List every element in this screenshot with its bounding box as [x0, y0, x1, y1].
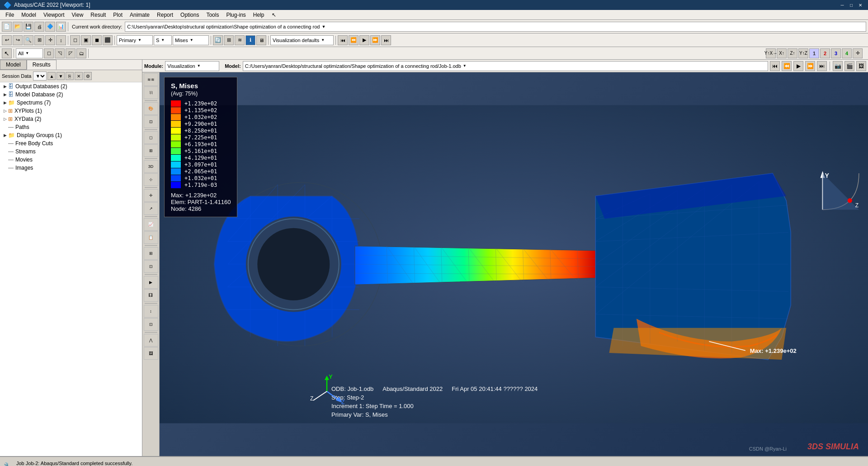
tab-model[interactable]: Model: [0, 60, 27, 70]
path-btn[interactable]: ↗: [144, 202, 158, 215]
frame-last-btn[interactable]: ⏭: [817, 61, 827, 71]
undo-button[interactable]: ↩: [2, 35, 12, 45]
pan-button[interactable]: ✛: [45, 35, 55, 45]
num-4-button[interactable]: 4: [842, 48, 852, 58]
delete-button[interactable]: ✕: [75, 72, 83, 80]
refresh-button[interactable]: 🔄: [213, 35, 223, 45]
tree-item-free-body-cuts[interactable]: ▷ — Free Body Cuts: [0, 139, 142, 147]
menu-result[interactable]: Result: [87, 11, 109, 19]
menu-report[interactable]: Report: [153, 11, 177, 19]
chart-btn[interactable]: 📈: [144, 218, 158, 231]
iso-view-btn[interactable]: ◻: [144, 131, 158, 144]
probe-btn[interactable]: ✛: [144, 189, 158, 202]
primary-dropdown[interactable]: Primary ▼: [117, 35, 153, 45]
menu-help[interactable]: Help: [250, 11, 268, 19]
tab-results[interactable]: Results: [27, 60, 57, 70]
display-button[interactable]: 🖥: [256, 35, 266, 45]
minimize-button[interactable]: ─: [838, 1, 846, 9]
tree-item-xydata[interactable]: ▷ ⊞ XYData (2): [0, 115, 142, 123]
expander-output-db[interactable]: ▶: [2, 83, 8, 90]
view-side-button[interactable]: ◼: [92, 35, 102, 45]
viz-defaults-dropdown[interactable]: Visualization defaults ▼: [270, 35, 334, 45]
menu-animate[interactable]: Animate: [126, 11, 153, 19]
extract-btn[interactable]: ⊡: [144, 318, 158, 331]
expander-model-db[interactable]: ▶: [2, 91, 8, 98]
menu-model[interactable]: Model: [18, 11, 40, 19]
copy-button[interactable]: ⎘: [66, 72, 74, 80]
module-dropdown[interactable]: Visualization ▼: [165, 61, 219, 71]
section-btn[interactable]: ⊞: [144, 144, 158, 157]
crack-btn[interactable]: ⋀: [144, 334, 158, 347]
frame-first-button[interactable]: ⏮: [338, 35, 348, 45]
cwd-path[interactable]: C:\Users\yanran\Desktop\structural optim…: [125, 22, 866, 32]
transform-btn[interactable]: ↕: [144, 305, 158, 318]
tree-item-spectra[interactable]: ▶ 📁 Spectrums (7): [0, 99, 142, 107]
menu-tools[interactable]: Tools: [203, 11, 222, 19]
down-button[interactable]: ▼: [57, 72, 65, 80]
image-btn[interactable]: 🖼: [144, 347, 158, 360]
rotate-button[interactable]: ↕: [56, 35, 66, 45]
tree-item-output-db[interactable]: ▶ 🗄 Output Databases (2): [0, 82, 142, 90]
expander-xydata[interactable]: ▷: [2, 116, 8, 122]
tree-item-xyplots[interactable]: ▷ ⊞ XYPlots (1): [0, 107, 142, 115]
tree-item-model-db[interactable]: ▶ 🗄 Model Database (2): [0, 90, 142, 99]
tree-item-images[interactable]: ▷ — Images: [0, 164, 142, 172]
select-all-dropdown[interactable]: All ▼: [16, 48, 43, 58]
field-dropdown[interactable]: S ▼: [154, 35, 172, 45]
up-button[interactable]: ▲: [47, 72, 56, 80]
frame-ff-btn[interactable]: ⏩: [805, 61, 815, 71]
frame-last-button[interactable]: ⏭: [381, 35, 391, 45]
deform-btn[interactable]: ⌇⌇: [144, 86, 158, 99]
expander-spectra[interactable]: ▶: [2, 100, 8, 106]
settings-button[interactable]: ⚙: [84, 72, 92, 80]
mesh-btn[interactable]: ⊹: [144, 173, 158, 186]
session-dropdown[interactable]: ▼: [33, 71, 47, 81]
menu-file[interactable]: File: [2, 11, 18, 19]
menu-cursor[interactable]: ↖: [268, 11, 280, 19]
select-opt1-button[interactable]: ◻: [44, 48, 54, 58]
axis-button-1[interactable]: Y↑X→: [766, 48, 776, 58]
contour-button[interactable]: ≋: [235, 35, 245, 45]
new-button[interactable]: 📄: [2, 22, 12, 32]
sym-btn[interactable]: ⊡: [144, 115, 158, 128]
tree-item-streams[interactable]: ▷ — Streams: [0, 147, 142, 156]
result-icon[interactable]: 📊: [56, 22, 66, 32]
axis-button-4[interactable]: Y↑Z: [798, 48, 808, 58]
snap-frame-btn[interactable]: 🖼: [856, 61, 866, 71]
open-button[interactable]: 📂: [13, 22, 23, 32]
view-top-button[interactable]: ⬛: [103, 35, 113, 45]
menu-options[interactable]: Options: [177, 11, 203, 19]
select-opt3-button[interactable]: ◸: [66, 48, 75, 58]
select-opt2-button[interactable]: ◹: [55, 48, 65, 58]
expander-display-groups[interactable]: ▶: [2, 132, 8, 138]
frame-next-btn[interactable]: ▶: [793, 61, 803, 71]
snap-avi-btn[interactable]: 🎬: [844, 61, 854, 71]
contour-plot-btn[interactable]: 🎨: [144, 102, 158, 115]
view-front-button[interactable]: ▣: [81, 35, 91, 45]
cursor-icon[interactable]: ↖: [2, 48, 12, 58]
zoom-button[interactable]: 🔍: [24, 35, 33, 45]
zoom-fit-button[interactable]: ⊞: [34, 35, 44, 45]
info-button[interactable]: ℹ: [245, 35, 255, 45]
tree-item-movies[interactable]: ▷ — Movies: [0, 156, 142, 164]
contour-btn[interactable]: ≋≋: [144, 73, 158, 86]
maximize-button[interactable]: □: [847, 1, 855, 9]
expander-xyplots[interactable]: ▷: [2, 108, 8, 114]
model-path[interactable]: C:/Users/yanran/Desktop/structural optim…: [243, 61, 768, 71]
model-icon[interactable]: 🔷: [45, 22, 55, 32]
num-1-button[interactable]: 1: [809, 48, 819, 58]
tree-item-paths[interactable]: ▷ — Paths: [0, 123, 142, 131]
print-button[interactable]: 🖨: [34, 22, 44, 32]
grid-button[interactable]: ⊞: [224, 35, 234, 45]
frame-first-btn[interactable]: ⏮: [770, 61, 780, 71]
menu-plugins[interactable]: Plug-ins: [222, 11, 249, 19]
redo-button[interactable]: ↪: [13, 35, 23, 45]
select-opt4-button[interactable]: 🗂: [76, 48, 86, 58]
view3d-btn[interactable]: 3D: [144, 160, 158, 173]
save-button[interactable]: 💾: [24, 22, 33, 32]
close-button[interactable]: ✕: [856, 1, 864, 9]
scale-btn[interactable]: ⊡: [144, 260, 158, 273]
menu-viewport[interactable]: Viewport: [40, 11, 68, 19]
menu-plot[interactable]: Plot: [109, 11, 126, 19]
anim-btn[interactable]: ▶: [144, 276, 158, 289]
